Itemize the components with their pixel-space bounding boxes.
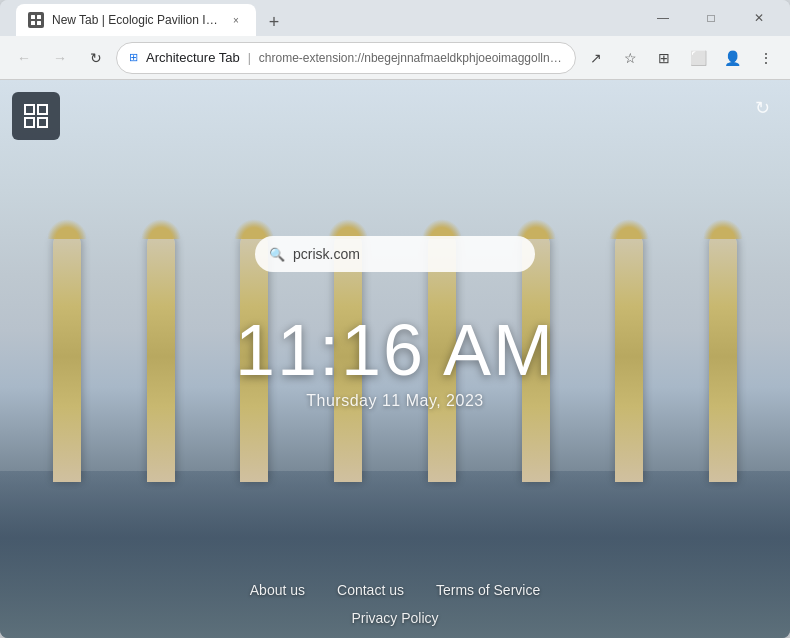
contact-us-link[interactable]: Contact us bbox=[337, 582, 404, 598]
clock-time: 11:16 AM bbox=[235, 314, 555, 386]
reload-button[interactable]: ↻ bbox=[80, 42, 112, 74]
tab-close-button[interactable]: × bbox=[228, 12, 244, 28]
address-site-label: Architecture Tab bbox=[146, 50, 240, 65]
column-2 bbox=[147, 231, 175, 482]
search-icon: 🔍 bbox=[269, 247, 285, 262]
back-button[interactable]: ← bbox=[8, 42, 40, 74]
chrome-window: New Tab | Ecologic Pavilion In A... × + … bbox=[0, 0, 790, 638]
logo-button[interactable] bbox=[12, 92, 60, 140]
toolbar: ← → ↻ ⊞ Architecture Tab | chrome-extens… bbox=[0, 36, 790, 80]
tab-label: New Tab | Ecologic Pavilion In A... bbox=[52, 13, 220, 27]
page-content: ↻ 🔍 pcrisk.com 11:16 AM Thursday 11 May,… bbox=[0, 80, 790, 638]
address-url-text: chrome-extension://nbegejnnafmaeldkphjoe… bbox=[259, 51, 563, 65]
title-bar: New Tab | Ecologic Pavilion In A... × + … bbox=[0, 0, 790, 36]
svg-rect-4 bbox=[25, 105, 34, 114]
minimize-button[interactable]: — bbox=[640, 3, 686, 33]
svg-rect-2 bbox=[31, 21, 35, 25]
about-us-link[interactable]: About us bbox=[250, 582, 305, 598]
svg-rect-0 bbox=[31, 15, 35, 19]
clock-date: Thursday 11 May, 2023 bbox=[235, 392, 555, 410]
svg-rect-6 bbox=[25, 118, 34, 127]
column-7 bbox=[615, 231, 643, 482]
close-button[interactable]: ✕ bbox=[736, 3, 782, 33]
split-view-button[interactable]: ⬜ bbox=[682, 42, 714, 74]
tab-bar: New Tab | Ecologic Pavilion In A... × + bbox=[8, 0, 640, 36]
page-refresh-button[interactable]: ↻ bbox=[746, 92, 778, 124]
menu-button[interactable]: ⋮ bbox=[750, 42, 782, 74]
secure-icon: ⊞ bbox=[129, 51, 138, 64]
profile-button[interactable]: 👤 bbox=[716, 42, 748, 74]
column-1 bbox=[53, 231, 81, 482]
logo-icon bbox=[22, 102, 50, 130]
new-tab-button[interactable]: + bbox=[260, 8, 288, 36]
toolbar-actions: ↗ ☆ ⊞ ⬜ 👤 ⋮ bbox=[580, 42, 782, 74]
active-tab[interactable]: New Tab | Ecologic Pavilion In A... × bbox=[16, 4, 256, 36]
address-bar[interactable]: ⊞ Architecture Tab | chrome-extension://… bbox=[116, 42, 576, 74]
extension-button[interactable]: ⊞ bbox=[648, 42, 680, 74]
terms-of-service-link[interactable]: Terms of Service bbox=[436, 582, 540, 598]
share-button[interactable]: ↗ bbox=[580, 42, 612, 74]
refresh-icon: ↻ bbox=[755, 97, 770, 119]
forward-button[interactable]: → bbox=[44, 42, 76, 74]
bookmark-button[interactable]: ☆ bbox=[614, 42, 646, 74]
tab-favicon bbox=[28, 12, 44, 28]
privacy-policy-link[interactable]: Privacy Policy bbox=[351, 610, 438, 626]
search-bar[interactable]: 🔍 pcrisk.com bbox=[255, 236, 535, 272]
window-controls: — □ ✕ bbox=[640, 3, 782, 33]
svg-rect-7 bbox=[38, 118, 47, 127]
footer-bottom: Privacy Policy bbox=[0, 610, 790, 626]
search-container: 🔍 pcrisk.com bbox=[255, 236, 535, 272]
clock-container: 11:16 AM Thursday 11 May, 2023 bbox=[235, 314, 555, 410]
svg-rect-3 bbox=[37, 21, 41, 25]
svg-rect-1 bbox=[37, 15, 41, 19]
maximize-button[interactable]: □ bbox=[688, 3, 734, 33]
footer-links: About us Contact us Terms of Service bbox=[0, 582, 790, 598]
address-separator: | bbox=[248, 51, 251, 65]
svg-rect-5 bbox=[38, 105, 47, 114]
column-8 bbox=[709, 231, 737, 482]
search-value: pcrisk.com bbox=[293, 246, 521, 262]
